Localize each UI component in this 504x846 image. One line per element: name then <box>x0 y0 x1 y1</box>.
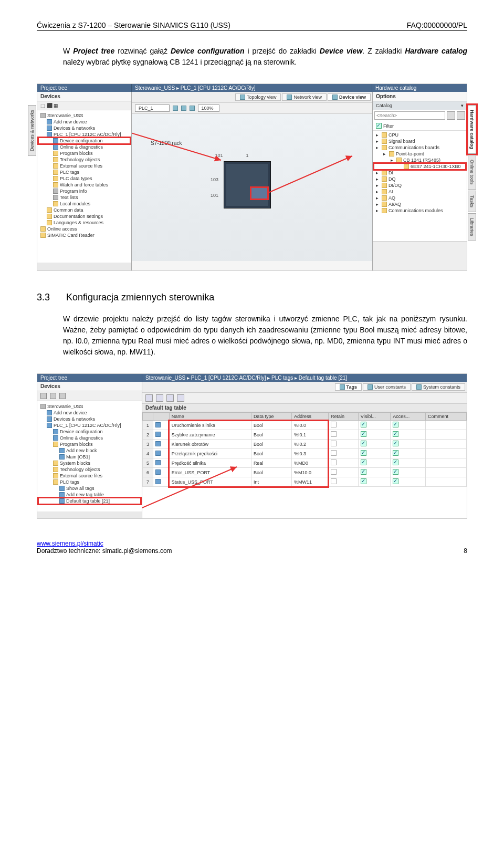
search-button[interactable] <box>447 111 455 120</box>
col-datatype[interactable]: Data type <box>251 413 291 421</box>
toolbar-icon[interactable] <box>156 394 163 402</box>
catalog-item[interactable]: ▸DQ <box>374 176 466 182</box>
search-clear-button[interactable] <box>457 111 465 120</box>
vtab-hardware-catalog[interactable]: Hardware catalog <box>468 105 476 154</box>
filter-checkbox-row[interactable]: Filter <box>373 121 467 131</box>
vtab-devices-networks[interactable]: Devices & networks <box>28 105 36 156</box>
tree-item[interactable]: External source files <box>38 473 141 479</box>
table-row[interactable]: 6Error_USS_PORTBool%M10.0 <box>143 468 467 477</box>
tree-item[interactable]: Technology objects <box>38 156 130 163</box>
checkbox-checked[interactable] <box>393 478 398 484</box>
checkbox-unchecked[interactable] <box>331 431 337 437</box>
tree-item[interactable]: Languages & resources <box>38 220 130 226</box>
toolbar-icon[interactable] <box>145 394 153 402</box>
tag-table[interactable]: Name Data type Address Retain Visibl... … <box>142 412 467 487</box>
checkbox-checked[interactable] <box>393 441 398 446</box>
table-row[interactable]: 3Kierunek obrotówBool%I0.2 <box>143 440 467 449</box>
project-tree-2[interactable]: Sterowanie_USSAdd new deviceDevices & ne… <box>37 401 142 511</box>
catalog-section-label[interactable]: Catalog <box>376 103 392 108</box>
tree-item[interactable]: PLC data types <box>38 175 130 182</box>
tab-user-constants[interactable]: User constants <box>363 383 411 391</box>
toolbar-icon[interactable] <box>59 393 66 399</box>
tree-item[interactable]: SIMATIC Card Reader <box>38 232 130 238</box>
checkbox-unchecked[interactable] <box>331 422 337 427</box>
tree-item[interactable]: Local modules <box>38 201 130 207</box>
checkbox-checked[interactable] <box>393 459 398 465</box>
toolbar-icon[interactable] <box>173 106 178 111</box>
checkbox-unchecked[interactable] <box>331 459 337 465</box>
tree-item[interactable]: System blocks <box>38 460 141 466</box>
checkbox-unchecked[interactable] <box>331 469 337 475</box>
tree-item[interactable]: Program blocks <box>38 150 130 156</box>
table-row[interactable]: 7Status_USS_PORTInt%MW11 <box>143 477 467 487</box>
tree-item[interactable]: Online & diagnostics <box>38 435 141 441</box>
checkbox-checked[interactable] <box>393 469 398 475</box>
tree-item[interactable]: PLC tags <box>38 169 130 175</box>
tree-item[interactable]: Device configuration <box>38 429 141 435</box>
vtab-libraries[interactable]: Libraries <box>468 213 476 241</box>
tree-item[interactable]: Devices & networks <box>38 416 141 422</box>
col-retain[interactable]: Retain <box>328 413 358 421</box>
catalog-search-input[interactable] <box>374 111 445 120</box>
tree-item[interactable]: Device configuration <box>38 138 130 144</box>
toolbar-icon[interactable] <box>40 393 47 399</box>
tab-tags[interactable]: Tags <box>335 383 362 391</box>
table-row[interactable]: 4Przełącznik prędkościBool%I0.3 <box>143 449 467 458</box>
tree-item[interactable]: External source files <box>38 163 130 169</box>
checkbox-checked[interactable] <box>361 422 366 427</box>
checkbox-unchecked[interactable] <box>331 478 337 484</box>
plc-dropdown[interactable]: PLC_1 <box>135 105 170 112</box>
catalog-item[interactable]: ▸Communications modules <box>374 207 466 214</box>
device-canvas[interactable]: S7-1200 rack 101 1 103 101 <box>132 114 372 261</box>
tab-device[interactable]: Device view <box>328 93 371 101</box>
tree-item[interactable]: Sterowanie_USS <box>38 403 141 410</box>
catalog-item[interactable]: ▸AQ <box>374 195 466 201</box>
tree-item[interactable]: Default tag table [21] <box>38 498 141 504</box>
cb1241-module[interactable] <box>251 188 267 199</box>
col-visible[interactable]: Visibl... <box>358 413 391 421</box>
catalog-item[interactable]: ▸DI/DQ <box>374 182 466 189</box>
tree-item[interactable]: Main [OB1] <box>38 454 141 460</box>
col-address[interactable]: Address <box>292 413 329 421</box>
checkbox-unchecked[interactable] <box>331 450 337 456</box>
toolbar-icon[interactable] <box>190 106 195 111</box>
tree-item[interactable]: Text lists <box>38 194 130 201</box>
tree-item[interactable]: Add new device <box>38 410 141 416</box>
col-comment[interactable]: Comment <box>425 413 466 421</box>
tree-item[interactable]: Common data <box>38 207 130 213</box>
catalog-item[interactable]: 6ES7 241-1CH30-1XB0 <box>374 163 466 170</box>
checkbox-checked[interactable] <box>393 431 398 437</box>
tree-item[interactable]: Show all tags <box>38 485 141 492</box>
checkbox-checked[interactable] <box>361 478 366 484</box>
checkbox-unchecked[interactable] <box>331 441 337 446</box>
tree-item[interactable]: PLC_1 [CPU 1212C AC/DC/Rly] <box>38 131 130 138</box>
vtab-online-tools[interactable]: Online tools <box>468 155 476 190</box>
catalog-item[interactable]: ▸Point-to-point <box>374 151 466 157</box>
zoom-dropdown[interactable]: 100% <box>198 105 219 112</box>
catalog-item[interactable]: ▸CB 1241 (RS485) <box>374 157 466 163</box>
tree-item[interactable]: Watch and force tables <box>38 182 130 188</box>
catalog-item[interactable]: ▸AI <box>374 189 466 195</box>
filter-checkbox[interactable] <box>376 123 382 129</box>
tree-item[interactable]: Online access <box>38 226 130 232</box>
vtab-tasks[interactable]: Tasks <box>468 191 476 212</box>
checkbox-checked[interactable] <box>393 450 398 456</box>
table-row[interactable]: 5Prędkość silnikaReal%MD0 <box>143 458 467 468</box>
tree-item[interactable]: Program info <box>38 188 130 194</box>
tree-item[interactable]: Devices & networks <box>38 125 130 131</box>
tree-item[interactable]: PLC_1 [CPU 1212C AC/DC/Rly] <box>38 422 141 429</box>
table-row[interactable]: 1Uruchomienie silnikaBool%I0.0 <box>143 421 467 430</box>
tab-network[interactable]: Network view <box>282 93 327 101</box>
tree-item[interactable]: Add new block <box>38 447 141 454</box>
checkbox-checked[interactable] <box>361 469 366 475</box>
col-access[interactable]: Acces... <box>391 413 426 421</box>
project-tree[interactable]: Sterowanie_USSAdd new deviceDevices & ne… <box>37 110 131 263</box>
catalog-tree[interactable]: ▸CPU▸Signal board▸Communications boards▸… <box>373 131 467 241</box>
toolbar-icon[interactable] <box>50 393 56 399</box>
toolbar-icon[interactable] <box>177 394 184 402</box>
checkbox-checked[interactable] <box>393 422 398 427</box>
table-row[interactable]: 2Szybkie zatrzymanieBool%I0.1 <box>143 430 467 440</box>
toolbar-icon[interactable] <box>181 106 186 111</box>
tree-item[interactable]: Add new tag table <box>38 492 141 498</box>
catalog-item[interactable]: ▸CPU <box>374 132 466 138</box>
